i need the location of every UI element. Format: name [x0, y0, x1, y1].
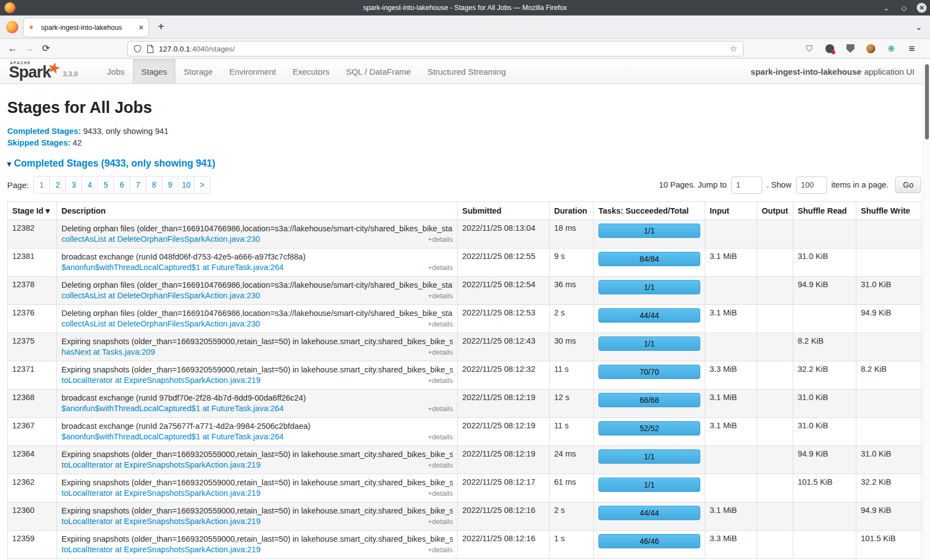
details-toggle[interactable]: +details	[428, 460, 453, 470]
column-header-output[interactable]: Output	[757, 202, 793, 220]
forward-button[interactable]: →	[21, 43, 38, 54]
stage-row-12368: 12368broadcast exchange (runId 97bdf70e-…	[8, 390, 922, 418]
go-button[interactable]: Go	[895, 177, 921, 193]
column-header-shuffle-read[interactable]: Shuffle Read	[793, 202, 856, 220]
page-button-7[interactable]: 7	[130, 176, 146, 194]
details-toggle[interactable]: +details	[428, 403, 453, 414]
column-header-shuffle-write[interactable]: Shuffle Write	[856, 202, 922, 220]
spark-nav-structured-streaming[interactable]: Structured Streaming	[419, 59, 514, 84]
details-toggle[interactable]: +details	[428, 262, 453, 273]
page-button-10[interactable]: 10	[178, 176, 194, 194]
next-page-button[interactable]: >	[194, 176, 210, 194]
spark-nav-stages[interactable]: Stages	[133, 59, 175, 84]
reload-button[interactable]: ⟳	[38, 43, 54, 54]
stage-output	[757, 502, 793, 531]
tracking-shield-icon[interactable]	[133, 44, 142, 53]
spark-version: 3.3.0	[63, 70, 78, 80]
stage-detail-link[interactable]: collectAsList at DeleteOrphanFilesSparkA…	[61, 235, 260, 243]
details-toggle[interactable]: +details	[428, 432, 453, 442]
spark-nav-executors[interactable]: Executors	[284, 59, 338, 84]
asterisk-extension-icon[interactable]: ✳	[886, 44, 896, 54]
completed-stages-section-toggle[interactable]: ▾Completed Stages (9433, only showing 94…	[7, 158, 921, 169]
details-toggle[interactable]: +details	[428, 516, 453, 527]
window-close-button[interactable]: ✕	[917, 3, 927, 13]
spark-nav-environment[interactable]: Environment	[221, 59, 284, 84]
window-titlebar: spark-ingest-into-lakehouse - Stages for…	[0, 0, 930, 15]
column-header-submitted[interactable]: Submitted	[458, 202, 550, 220]
details-toggle[interactable]: +details	[428, 234, 453, 245]
details-toggle[interactable]: +details	[428, 488, 453, 499]
stage-shuffle-read: 31.0 KiB	[793, 390, 856, 418]
stage-detail-link[interactable]: toLocalIterator at ExpireSnapshotsSparkA…	[61, 376, 261, 385]
stage-detail-link[interactable]: toLocalIterator at ExpireSnapshotsSparkA…	[61, 517, 261, 526]
window-maximize-button[interactable]: ◇	[899, 3, 909, 13]
jump-to-page-input[interactable]	[731, 177, 762, 194]
stage-detail-link[interactable]: $anonfun$withThreadLocalCaptured$1 at Fu…	[61, 404, 283, 413]
tasks-progress-bar: 1/1	[598, 336, 700, 351]
stage-detail-link[interactable]: toLocalIterator at ExpireSnapshotsSparkA…	[61, 489, 261, 497]
items-in-page-text: items in a page.	[831, 180, 889, 189]
stage-detail-link[interactable]: $anonfun$withThreadLocalCaptured$1 at Fu…	[61, 432, 283, 441]
column-header-duration[interactable]: Duration	[550, 202, 594, 220]
stage-detail-link[interactable]: $anonfun$withThreadLocalCaptured$1 at Fu…	[61, 263, 283, 272]
stage-detail-link[interactable]: collectAsList at DeleteOrphanFilesSparkA…	[61, 319, 260, 328]
url-bar[interactable]: 127.0.0.1:4040/stages/ ☆	[127, 41, 743, 56]
url-text[interactable]: 127.0.0.1:4040/stages/	[159, 45, 730, 53]
cookie-extension-icon[interactable]	[866, 44, 876, 54]
stage-detail-link[interactable]: toLocalIterator at ExpireSnapshotsSparkA…	[61, 460, 261, 469]
column-header-tasks-succeeded-total[interactable]: Tasks: Succeeded/Total	[594, 202, 705, 220]
spark-logo[interactable]: APACHE Spark★ 3.3.0	[0, 59, 83, 84]
page-info-icon[interactable]	[147, 45, 154, 53]
container-mask-extension-icon[interactable]	[825, 44, 835, 54]
back-button[interactable]: ←	[4, 43, 21, 54]
spark-nav-storage[interactable]: Storage	[175, 59, 221, 84]
page-button-9[interactable]: 9	[162, 176, 178, 194]
stage-shuffle-read: 101.5 KiB	[793, 474, 856, 502]
stage-id: 12376	[8, 305, 57, 333]
page-button-3[interactable]: 3	[65, 176, 82, 194]
vertical-scrollbar[interactable]	[923, 59, 930, 560]
menu-hamburger-icon[interactable]: ≡	[907, 44, 917, 54]
stage-shuffle-read: 94.9 KiB	[793, 277, 856, 305]
details-toggle[interactable]: +details	[428, 319, 453, 329]
stage-detail-link[interactable]: toLocalIterator at ExpireSnapshotsSparkA…	[61, 545, 261, 554]
page-button-8[interactable]: 8	[146, 176, 162, 194]
stage-id: 12367	[8, 418, 57, 446]
stage-detail-link[interactable]: collectAsList at DeleteOrphanFilesSparkA…	[61, 291, 260, 300]
details-toggle[interactable]: +details	[428, 545, 453, 555]
tasks-progress-bar: 46/46	[598, 534, 700, 548]
details-toggle[interactable]: +details	[428, 291, 453, 301]
browser-tab[interactable]: ✶ spark-ingest-into-lakehous ✕	[24, 18, 148, 37]
scrollbar-thumb[interactable]	[925, 64, 929, 139]
bookmark-star-icon[interactable]: ☆	[730, 44, 737, 54]
tab-close-icon[interactable]: ✕	[138, 24, 144, 32]
page-button-5[interactable]: 5	[97, 176, 114, 194]
column-header-input[interactable]: Input	[705, 202, 757, 220]
column-header-description[interactable]: Description	[57, 202, 458, 220]
stage-submitted: 2022/11/25 08:12:32	[458, 361, 550, 390]
page-button-6[interactable]: 6	[113, 176, 130, 194]
page-button-1[interactable]: 1	[33, 176, 50, 194]
page-button-2[interactable]: 2	[49, 176, 66, 194]
spark-nav-jobs[interactable]: Jobs	[99, 59, 133, 84]
new-tab-button[interactable]: +	[158, 20, 164, 33]
stage-duration: 2 s	[550, 502, 594, 531]
column-header-stage-id[interactable]: Stage Id ▾	[8, 202, 57, 220]
stage-shuffle-read	[793, 220, 856, 248]
spark-nav-sql-dataframe[interactable]: SQL / DataFrame	[338, 59, 419, 84]
stage-description: Expiring snapshots (older_than=166932055…	[61, 534, 453, 545]
items-per-page-input[interactable]	[796, 177, 827, 194]
ublock-extension-icon[interactable]	[845, 44, 855, 54]
stage-duration: 30 ms	[550, 333, 594, 361]
privacy-shield-extension-icon[interactable]: ⛉	[804, 44, 814, 54]
stage-detail-link[interactable]: hasNext at Tasks.java:209	[61, 348, 155, 356]
stage-description-cell: Expiring snapshots (older_than=166932055…	[57, 531, 458, 559]
details-toggle[interactable]: +details	[428, 375, 453, 386]
stage-submitted: 2022/11/25 08:12:43	[458, 333, 550, 361]
stage-submitted: 2022/11/25 08:12:19	[458, 418, 550, 446]
page-button-4[interactable]: 4	[81, 176, 98, 194]
details-toggle[interactable]: +details	[428, 347, 453, 357]
window-minimize-button[interactable]: ⌄	[881, 3, 891, 13]
list-all-tabs-icon[interactable]: ⌄	[915, 22, 922, 32]
tasks-progress-bar: 70/70	[598, 365, 700, 379]
